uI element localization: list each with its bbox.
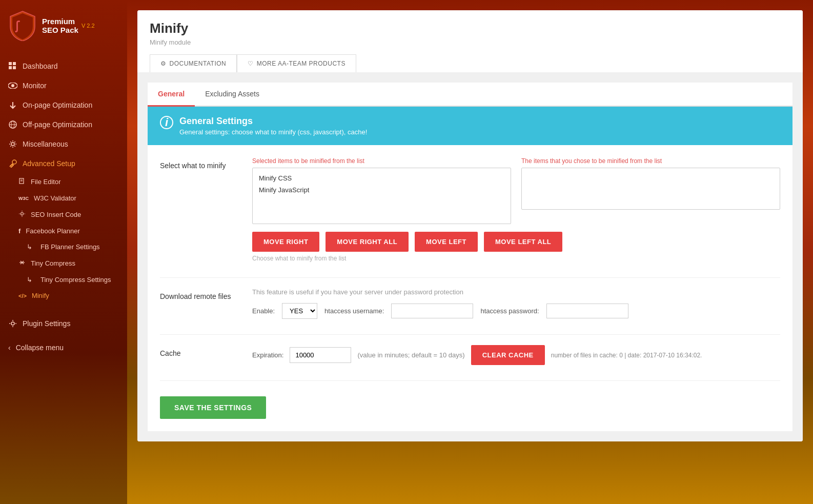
svg-point-10 (11, 143, 14, 146)
right-list-group: The items that you chose to be minified … (521, 157, 780, 210)
edit-icon (18, 177, 26, 186)
save-settings-button[interactable]: SAVE THE SETTINGS (160, 396, 266, 419)
password-input[interactable] (546, 304, 628, 318)
sidebar-item-label: FB Planner Settings (40, 243, 100, 251)
tools-icon (8, 159, 17, 168)
tab-more-products[interactable]: ♡ MORE AA-TEAM PRODUCTS (237, 54, 356, 72)
remote-label: Download remote files (160, 288, 242, 300)
divider-2 (160, 334, 780, 335)
sidebar-item-label: Off-page Optimization (23, 120, 92, 129)
sidebar-collapse-menu[interactable]: ‹ Collapse menu (0, 338, 127, 357)
page-title: Minify (150, 21, 790, 36)
sidebar-item-label: File Editor (31, 178, 61, 186)
minify-buttons: MOVE RIGHT MOVE RIGHT ALL MOVE LEFT MOVE… (252, 232, 780, 252)
username-input[interactable] (391, 304, 473, 318)
sidebar-item-label: Monitor (23, 82, 47, 90)
sidebar-item-label: Tiny Compress (31, 259, 75, 267)
page-tabs: ⚙ DOCUMENTATION ♡ MORE AA-TEAM PRODUCTS (150, 54, 790, 72)
move-left-button[interactable]: MOVE LEFT (415, 232, 478, 252)
tab-documentation[interactable]: ⚙ DOCUMENTATION (150, 54, 237, 72)
settings-panel: General Excluding Assets i General Setti… (148, 83, 792, 431)
cache-content: Expiration: (value in minutes; default =… (252, 345, 780, 365)
sidebar-item-fb-settings[interactable]: ↳ FB Planner Settings (0, 239, 127, 255)
settings-banner: i General Settings General settings: cho… (148, 107, 792, 145)
gear-plugin-icon (8, 319, 17, 328)
svg-point-11 (12, 160, 16, 164)
content-area: General Excluding Assets i General Setti… (137, 72, 803, 441)
sidebar-item-minify[interactable]: </> Minify (0, 288, 127, 304)
cache-label: Cache (160, 345, 242, 357)
sidebar-item-w3c[interactable]: W3C W3C Validator (0, 190, 127, 206)
minify-section: Select what to minify Selected items to … (160, 157, 780, 262)
arrow-sub-icon: ↳ (27, 276, 32, 284)
collapse-label: Collapse menu (16, 344, 64, 352)
right-list-select[interactable] (521, 168, 780, 210)
arrow-sub-icon: ↳ (27, 243, 32, 251)
cache-section: Cache Expiration: (value in minutes; def… (160, 345, 780, 365)
sidebar-item-monitor[interactable]: Monitor (0, 76, 127, 95)
remote-section: Download remote files This feature is us… (160, 288, 780, 319)
grid-icon (8, 62, 17, 71)
expiration-input[interactable] (290, 347, 351, 363)
sidebar-item-offpage[interactable]: Off-page Optimization (0, 115, 127, 134)
logo-area: ʃ PremiumSEO Pack V 2.2 (0, 0, 127, 51)
sidebar-item-plugin-settings[interactable]: Plugin Settings (0, 314, 127, 333)
svg-point-15 (21, 213, 24, 215)
logo-icon: ʃ (8, 10, 37, 41)
svg-point-17 (11, 322, 14, 325)
cache-info: number of files in cache: 0 | date: 2017… (551, 352, 702, 359)
svg-point-6 (11, 84, 14, 87)
svg-rect-1 (9, 62, 12, 65)
remote-content: This feature is useful if you have your … (252, 288, 780, 319)
settings-icon: ⚙ (160, 60, 167, 67)
heart-icon: ♡ (248, 60, 254, 67)
sidebar-item-file-editor[interactable]: File Editor (0, 173, 127, 190)
content-card: Minify Minify module ⚙ DOCUMENTATION ♡ M… (137, 10, 803, 441)
gear-icon (8, 139, 17, 149)
banner-title: General Settings (179, 116, 367, 127)
sidebar-item-misc[interactable]: Miscellaneous (0, 134, 127, 154)
left-list-label: Selected items to be minified from the l… (252, 157, 511, 165)
tab-general[interactable]: General (148, 83, 195, 107)
move-left-all-button[interactable]: MOVE LEFT ALL (484, 232, 562, 252)
sidebar-item-seo-insert[interactable]: SEO Insert Code (0, 206, 127, 223)
sidebar-item-facebook[interactable]: f Facebook Planner (0, 223, 127, 239)
left-list-select[interactable]: Minify CSS Minify JavaScript (252, 168, 511, 224)
sidebar-item-label: Dashboard (23, 62, 58, 70)
svg-rect-3 (9, 66, 12, 69)
move-right-all-button[interactable]: MOVE RIGHT ALL (326, 232, 409, 252)
enable-label: Enable: (252, 307, 275, 315)
code-icon: </> (18, 293, 27, 299)
sidebar: ʃ PremiumSEO Pack V 2.2 Dashboard Monito… (0, 0, 127, 504)
sidebar-item-dashboard[interactable]: Dashboard (0, 56, 127, 76)
left-list-item: Minify JavaScript (257, 184, 506, 196)
tab-excluding-label: Excluding Assets (205, 90, 259, 98)
enable-select[interactable]: YES NO (282, 303, 317, 319)
sidebar-item-label: Minify (32, 292, 49, 299)
page-subtitle: Minify module (150, 38, 790, 46)
minify-content: Selected items to be minified from the l… (252, 157, 780, 262)
save-section: SAVE THE SETTINGS (160, 391, 780, 419)
tab-excluding[interactable]: Excluding Assets (195, 83, 270, 107)
sidebar-item-tiny-settings[interactable]: ↳ Tiny Compress Settings (0, 272, 127, 288)
sidebar-item-label: Facebook Planner (26, 227, 80, 235)
sidebar-item-onpage[interactable]: On-page Optimization (0, 95, 127, 115)
sidebar-item-tiny-compress[interactable]: Tiny Compress (0, 255, 127, 272)
compress-icon (18, 259, 26, 268)
logo-version: V 2.2 (82, 23, 95, 29)
password-label: htaccess password: (480, 307, 539, 315)
chevron-left-icon: ‹ (8, 344, 11, 352)
divider-3 (160, 380, 780, 381)
sidebar-item-label: On-page Optimization (23, 101, 92, 109)
right-list-label: The items that you chose to be minified … (521, 157, 780, 165)
sidebar-item-label: Tiny Compress Settings (40, 276, 111, 284)
sidebar-item-label: Plugin Settings (23, 319, 70, 328)
username-label: htaccess username: (324, 307, 384, 315)
clear-cache-button[interactable]: CLEAR CACHE (471, 345, 545, 365)
svg-rect-2 (13, 62, 16, 65)
remote-form-row: Enable: YES NO htaccess username: htacce… (252, 303, 780, 319)
move-right-button[interactable]: MOVE RIGHT (252, 232, 319, 252)
sidebar-item-advanced[interactable]: Advanced Setup (0, 154, 127, 173)
arrow-down-icon (8, 100, 17, 110)
cache-row: Expiration: (value in minutes; default =… (252, 345, 780, 365)
